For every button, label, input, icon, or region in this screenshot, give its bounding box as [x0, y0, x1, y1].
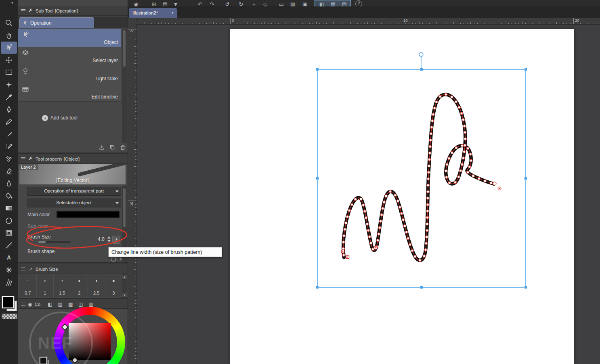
- brush-size-source-button[interactable]: [112, 236, 120, 244]
- add-subtool-button[interactable]: + Add sub tool: [42, 114, 103, 122]
- selectable-object-dropdown[interactable]: Selectable object: [27, 199, 121, 207]
- text-tool[interactable]: [1, 251, 17, 264]
- duplicate-subtool-button[interactable]: [108, 144, 116, 151]
- subtool-panel-header[interactable]: Sub Tool [Operation]: [18, 6, 128, 16]
- subtool-group-tab-operation[interactable]: Operation: [19, 17, 94, 28]
- transparent-color-swatch[interactable]: [2, 314, 17, 319]
- color-panel-header[interactable]: ◉ Co ◧▤▦◫▥: [18, 300, 128, 309]
- ruler-tick: [340, 23, 340, 24]
- blend-tool-icon: [4, 179, 13, 188]
- new-file-icon[interactable]: ⊞: [149, 0, 158, 7]
- color-slider-tab-icon[interactable]: ▤: [58, 301, 63, 307]
- auto-select-tool[interactable]: [1, 79, 17, 91]
- main-color-well[interactable]: [57, 211, 120, 218]
- panel-menu-icon[interactable]: [21, 268, 25, 270]
- rotate-right-icon[interactable]: ↻: [237, 0, 245, 7]
- ruler-tick: [135, 36, 136, 36]
- move-layer-tool[interactable]: [1, 54, 17, 66]
- brush-size-value[interactable]: 4.0: [98, 236, 105, 242]
- pencil-tool[interactable]: [1, 116, 17, 128]
- select-area-icon[interactable]: ▭: [277, 0, 286, 7]
- brush-size-scrollbar[interactable]: ▲ ▼: [122, 274, 127, 298]
- color-wheel-radio-icon[interactable]: ◉: [28, 301, 32, 307]
- frame-border-tool[interactable]: [1, 227, 17, 239]
- color-set-tab-icon[interactable]: ▦: [68, 301, 73, 307]
- clip-studio-icon[interactable]: ◉: [132, 0, 141, 7]
- hand-tool[interactable]: [1, 29, 17, 42]
- toolbar-menu-caret-icon[interactable]: ▾: [11, 1, 13, 5]
- brush-preset-3[interactable]: 3: [105, 274, 123, 297]
- saturated-line-tool[interactable]: [1, 264, 17, 276]
- brush-size-panel-header[interactable]: Brush Size: [18, 264, 128, 274]
- undo-icon[interactable]: ↶: [195, 0, 204, 7]
- transform-icon[interactable]: ▨: [288, 0, 297, 7]
- brush-preset-1.5[interactable]: 1.5: [54, 274, 71, 297]
- pen-tool[interactable]: [1, 103, 17, 115]
- panel-menu-icon[interactable]: [21, 9, 25, 12]
- subtool-item-object[interactable]: Object: [18, 29, 121, 47]
- saturation-value-box[interactable]: [69, 323, 111, 360]
- import-subtool-button[interactable]: [98, 144, 106, 151]
- grid-icon[interactable]: ▣: [300, 0, 309, 7]
- figure-tool[interactable]: [1, 215, 17, 227]
- ruler-tick: [364, 23, 365, 24]
- ruler-tick: [440, 23, 440, 24]
- ruler-tick: [134, 81, 136, 81]
- ruler-tick: [135, 180, 136, 180]
- snap-icon[interactable]: ◇: [261, 0, 270, 7]
- document-tab[interactable]: Illustration2* ●: [129, 8, 177, 18]
- brush-preset-2.5[interactable]: 2.5: [88, 274, 105, 297]
- brush-preset-0.7[interactable]: 0.7: [19, 274, 37, 297]
- brush-preset-2[interactable]: 2: [71, 274, 88, 297]
- delete-subtool-button[interactable]: [119, 144, 127, 151]
- spinner-down-icon[interactable]: [107, 240, 111, 242]
- selection-area-tool[interactable]: [1, 66, 17, 78]
- help-icon[interactable]: ?: [355, 0, 362, 7]
- mini-main-color-swatch[interactable]: [40, 357, 47, 364]
- tool-property-header[interactable]: Tool property [Object]: [18, 154, 128, 164]
- canvas-page[interactable]: [230, 29, 574, 364]
- ruler-tool[interactable]: [1, 239, 17, 251]
- ruler-tick: [505, 22, 505, 24]
- approx-color-tab-icon[interactable]: ▥: [89, 301, 93, 307]
- brush-tool[interactable]: [1, 128, 17, 140]
- subtool-item-select-layer[interactable]: Select layer: [18, 47, 121, 65]
- brush-size-slider[interactable]: [38, 241, 71, 243]
- save-dropdown-icon[interactable]: ▼: [171, 0, 180, 7]
- operation-tool[interactable]: [1, 42, 17, 54]
- airbrush-tool[interactable]: [1, 140, 17, 153]
- ruler-tick: [135, 335, 136, 335]
- eraser-tool[interactable]: [1, 165, 17, 177]
- gradient-tool[interactable]: [1, 202, 17, 214]
- rotate-left-icon[interactable]: ↺: [223, 0, 232, 7]
- subtool-item-light-table[interactable]: Light table: [18, 65, 121, 84]
- scroll-down-icon[interactable]: ▼: [122, 293, 127, 297]
- transparent-part-dropdown[interactable]: Operation of transparent part: [27, 187, 121, 196]
- decoration-tool[interactable]: [1, 153, 17, 165]
- blend-tool[interactable]: [1, 178, 17, 190]
- sv-marker[interactable]: [72, 358, 78, 363]
- scroll-up-icon[interactable]: ▲: [122, 275, 127, 279]
- fill-tool[interactable]: [1, 190, 17, 202]
- intermediate-color-tab-icon[interactable]: ◫: [78, 301, 83, 307]
- panel-menu-icon[interactable]: [21, 303, 25, 305]
- brush-preset-1[interactable]: 1: [37, 274, 54, 297]
- ruler-tick: [385, 22, 385, 24]
- redo-icon[interactable]: ↷: [208, 0, 216, 7]
- ruler-corner: [128, 18, 136, 24]
- preset-value: 2.5: [88, 291, 105, 295]
- ruler-tick: [135, 67, 136, 67]
- subtool-scrollbar[interactable]: [122, 29, 127, 142]
- main-color-swatch[interactable]: [2, 296, 14, 308]
- eyedropper-tool[interactable]: [1, 91, 17, 103]
- crosshair-icon[interactable]: +: [250, 0, 258, 7]
- panel-menu-icon[interactable]: [21, 157, 25, 160]
- color-wheel-tab-icon[interactable]: ◧: [48, 301, 52, 307]
- subtool-item-edit-timeline[interactable]: Edit timeline: [18, 83, 121, 102]
- stream-line-tool[interactable]: [1, 276, 17, 289]
- open-file-icon[interactable]: ▤: [161, 0, 170, 7]
- zoom-tool[interactable]: [1, 17, 17, 29]
- spinner-up-icon[interactable]: [107, 236, 111, 238]
- stream-line-tool-icon: [4, 278, 13, 287]
- brush-size-spinner[interactable]: [107, 236, 111, 243]
